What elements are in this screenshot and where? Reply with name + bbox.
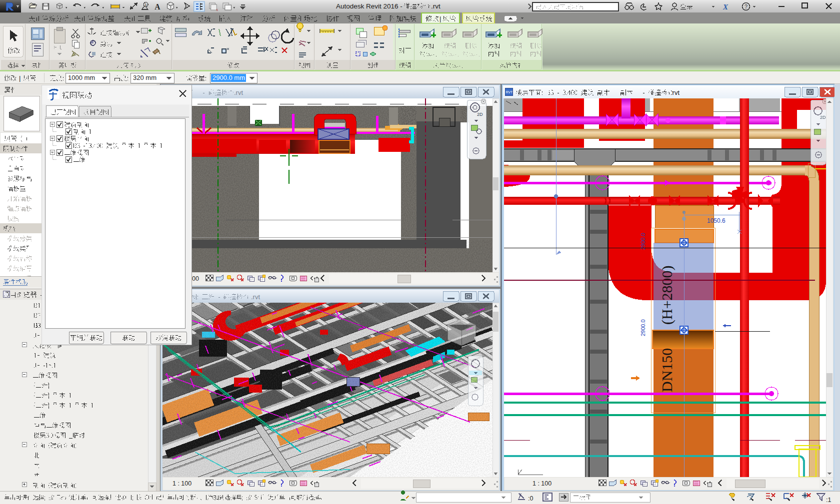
svg-text:.rvt: .rvt <box>670 89 680 96</box>
svg-text:DN150: DN150 <box>658 348 675 392</box>
svg-text:2900.0: 2900.0 <box>640 233 646 250</box>
svg-text:.rvt: .rvt <box>234 89 243 96</box>
svg-text:2900.0 mm: 2900.0 mm <box>212 74 245 81</box>
svg-text:(H+2800): (H+2800) <box>658 265 676 325</box>
svg-text:RVT: RVT <box>506 90 514 94</box>
svg-text:1 : 100: 1 : 100 <box>532 480 552 487</box>
svg-text:2D: 2D <box>820 115 826 120</box>
svg-text:A: A <box>154 2 160 11</box>
svg-text:320 mm: 320 mm <box>133 74 156 81</box>
svg-text:.rvt: .rvt <box>431 2 440 10</box>
svg-text:1000 mm: 1000 mm <box>68 74 95 81</box>
svg-text:2900.0: 2900.0 <box>640 319 646 336</box>
svg-text::1: :1 <box>826 497 831 504</box>
svg-text:.rvt: .rvt <box>251 293 260 301</box>
svg-text:X: X <box>722 3 728 11</box>
svg-text:00: 00 <box>192 275 199 282</box>
svg-text::0: :0 <box>528 495 533 502</box>
svg-text:|: | <box>19 74 20 82</box>
svg-text:2D: 2D <box>477 112 483 117</box>
svg-text:1 : 100: 1 : 100 <box>172 480 192 487</box>
svg-text:Autodesk Revit 2016 -: Autodesk Revit 2016 - <box>336 2 402 10</box>
svg-text:1: 1 <box>145 3 147 6</box>
svg-text:1050.6: 1050.6 <box>707 217 726 224</box>
svg-text:|: | <box>440 15 441 22</box>
svg-text:?: ? <box>744 3 748 9</box>
svg-text:x: x <box>216 7 218 12</box>
